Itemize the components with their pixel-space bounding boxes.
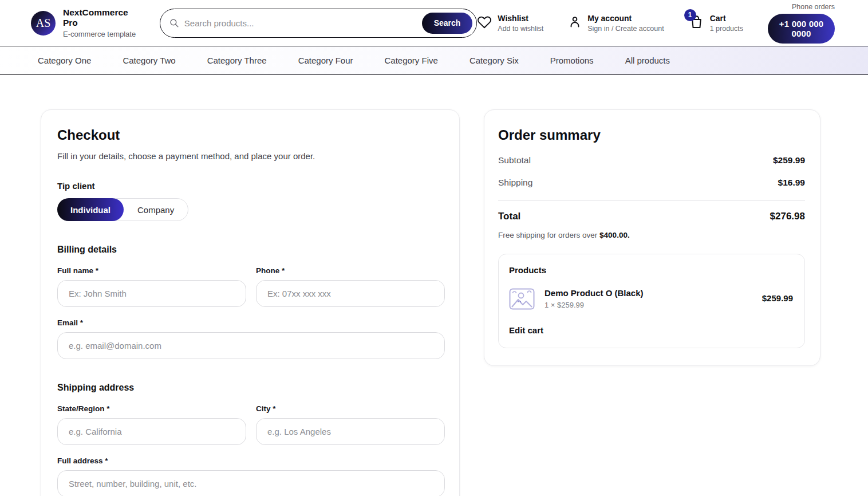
wishlist-title: Wishlist — [498, 14, 543, 23]
nav-item-all-products[interactable]: All products — [625, 56, 670, 65]
tip-client-individual-button[interactable]: Individual — [57, 198, 124, 221]
free-shipping-note: Free shipping for orders over $400.00. — [498, 231, 805, 239]
order-summary-title: Order summary — [498, 127, 805, 143]
cart-title: Cart — [710, 14, 743, 23]
order-summary-card: Order summary Subtotal $259.99 Shipping … — [484, 109, 820, 366]
checkout-title: Checkout — [57, 127, 443, 143]
cart-subtitle: 1 products — [710, 25, 743, 33]
nav-item-category-four[interactable]: Category Four — [298, 56, 353, 65]
phone-orders-block: Phone orders +1 000 000 0000 — [768, 3, 835, 44]
phone-field[interactable] — [256, 280, 445, 307]
tip-client-toggle: Individual Company — [57, 198, 188, 221]
account-subtitle: Sign in / Create account — [587, 25, 664, 33]
nav-item-category-one[interactable]: Category One — [38, 56, 91, 65]
city-label: City * — [256, 404, 445, 413]
tip-client-label: Tip client — [57, 181, 443, 191]
products-heading: Products — [509, 265, 793, 275]
full-name-label: Full name * — [57, 266, 246, 275]
product-info: Demo Product O (Black) 1 × $259.99 — [545, 288, 644, 309]
product-qty-line: 1 × $259.99 — [545, 301, 644, 309]
header: AS NextCommerce Pro E-commerce template … — [0, 0, 868, 46]
full-address-label: Full address * — [57, 456, 443, 465]
cart-icon-wrap: 1 — [689, 14, 704, 32]
checkout-card: Checkout Fill in your details, choose a … — [41, 109, 460, 496]
product-image-placeholder-icon — [509, 288, 535, 310]
account-title: My account — [587, 14, 664, 23]
subtotal-label: Subtotal — [498, 155, 531, 166]
heart-icon — [477, 14, 492, 32]
free-shipping-text: Free shipping for orders over — [498, 231, 599, 239]
product-price: $259.99 — [762, 288, 793, 303]
phone-label: Phone * — [256, 266, 445, 275]
subtotal-row: Subtotal $259.99 — [498, 155, 805, 166]
state-region-label: State/Region * — [57, 404, 246, 413]
full-address-field[interactable] — [57, 470, 445, 496]
shipping-value: $16.99 — [778, 178, 805, 188]
checkout-subtitle: Fill in your details, choose a payment m… — [57, 151, 443, 161]
city-field[interactable] — [256, 418, 445, 445]
brand-logo[interactable]: AS — [31, 11, 56, 36]
nav-item-category-five[interactable]: Category Five — [385, 56, 438, 65]
billing-field-grid: Full name * Phone * — [57, 255, 443, 307]
brand-logo-monogram: AS — [36, 17, 51, 30]
shipping-address-heading: Shipping address — [57, 383, 443, 393]
brand-block: NextCommerce Pro E-commerce template — [63, 7, 141, 38]
total-label: Total — [498, 211, 520, 222]
search-icon — [169, 18, 179, 28]
nav-item-category-three[interactable]: Category Three — [207, 56, 267, 65]
brand-tagline: E-commerce template — [63, 30, 141, 38]
search-form: Search — [160, 9, 478, 38]
product-row: Demo Product O (Black) 1 × $259.99 $259.… — [509, 288, 793, 310]
cart-badge: 1 — [684, 9, 696, 21]
subtotal-value: $259.99 — [773, 155, 805, 166]
full-name-field[interactable] — [57, 280, 246, 307]
edit-cart-link[interactable]: Edit cart — [509, 325, 793, 335]
total-value: $276.98 — [770, 211, 805, 222]
phone-orders-button[interactable]: +1 000 000 0000 — [768, 14, 835, 44]
search-button[interactable]: Search — [422, 13, 473, 34]
wishlist-subtitle: Add to wishlist — [498, 25, 543, 33]
cart-link[interactable]: 1 Cart 1 products — [689, 14, 743, 33]
email-label: Email * — [57, 318, 443, 327]
user-icon — [568, 15, 582, 31]
summary-divider — [498, 200, 805, 201]
total-row: Total $276.98 — [498, 211, 805, 222]
products-box: Products Demo Product O (Black) 1 × $259… — [498, 254, 805, 348]
phone-orders-label: Phone orders — [792, 3, 835, 11]
state-region-field[interactable] — [57, 418, 246, 445]
wishlist-link[interactable]: Wishlist Add to wishlist — [477, 14, 543, 33]
email-field[interactable] — [57, 332, 445, 359]
nav-item-promotions[interactable]: Promotions — [550, 56, 594, 65]
header-actions: Wishlist Add to wishlist My account Sign… — [477, 3, 835, 44]
tip-client-company-button[interactable]: Company — [124, 199, 188, 221]
category-nav: Category One Category Two Category Three… — [0, 46, 868, 75]
shipping-label: Shipping — [498, 178, 532, 188]
search-input[interactable] — [184, 18, 422, 28]
billing-details-heading: Billing details — [57, 245, 443, 255]
account-link[interactable]: My account Sign in / Create account — [568, 14, 664, 33]
nav-item-category-six[interactable]: Category Six — [469, 56, 519, 65]
shipping-field-grid: State/Region * City * — [57, 393, 443, 445]
brand-name: NextCommerce Pro — [63, 7, 141, 28]
shipping-row: Shipping $16.99 — [498, 178, 805, 188]
nav-item-category-two[interactable]: Category Two — [123, 56, 175, 65]
product-name: Demo Product O (Black) — [545, 288, 644, 298]
free-shipping-amount: $400.00. — [599, 231, 630, 239]
main-content: Checkout Fill in your details, choose a … — [0, 75, 868, 496]
